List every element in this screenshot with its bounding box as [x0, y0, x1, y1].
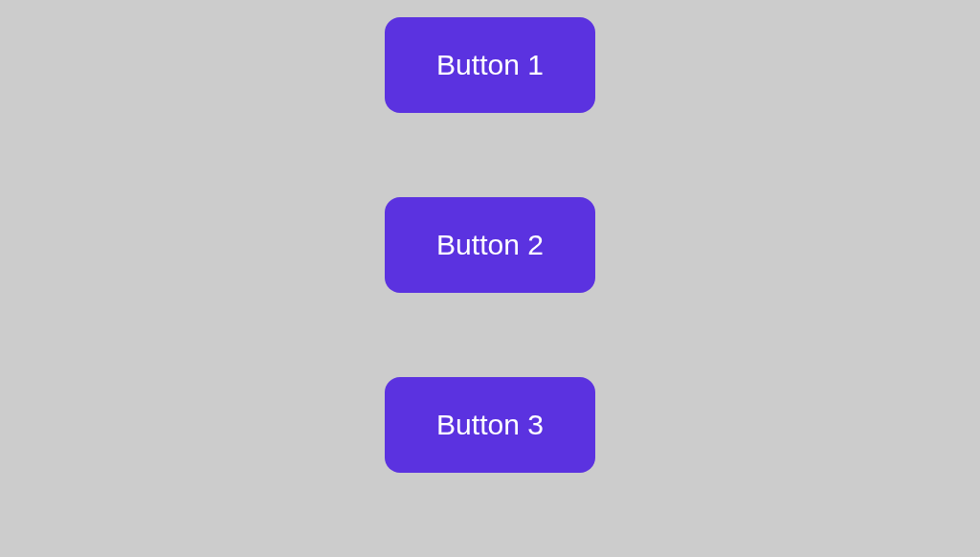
button-3[interactable]: Button 3 [385, 377, 595, 473]
button-1[interactable]: Button 1 [385, 17, 595, 113]
button-2[interactable]: Button 2 [385, 197, 595, 293]
